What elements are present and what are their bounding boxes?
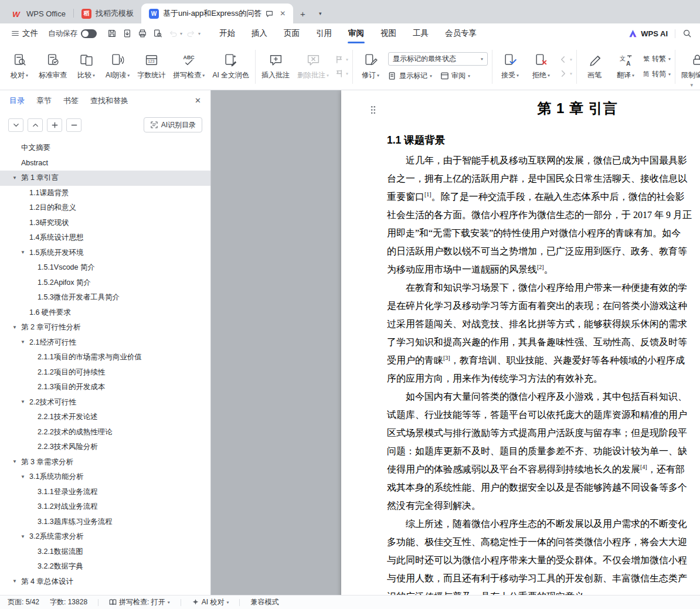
tab-reference[interactable]: 引用 [308, 23, 340, 43]
show-markup-button[interactable]: 显示标记▾ [388, 71, 432, 81]
ai-polish-button[interactable]: AI 全文润色 [210, 51, 251, 82]
prev-change-button[interactable]: ▾ [559, 55, 572, 64]
toc-item[interactable]: 3.1.3题库练习业务流程 [0, 515, 210, 530]
undo-button[interactable] [166, 27, 179, 40]
prev-comment-button[interactable]: ▾ [335, 55, 348, 64]
delete-comment-button[interactable]: 删除批注▾ [295, 51, 331, 82]
document-canvas[interactable]: 第 1 章 引言 1.1 课题背景 近几年，由于智能手机及移动互联网的发展，微信… [211, 90, 700, 595]
compare-button[interactable]: 比较▾ [73, 51, 100, 82]
spellcheck-status[interactable]: 拼写检查: 打开 ▾ [109, 597, 170, 607]
redo-chevron-icon[interactable]: ▾ [198, 31, 201, 36]
toc-item[interactable]: 1.6 硬件要求 [0, 305, 210, 321]
ai-proofread-status[interactable]: AI 校对 ▾ [192, 597, 229, 607]
toc-item[interactable]: 1.5.1Vscode 简介 [0, 260, 210, 275]
next-change-button[interactable]: ▾ [559, 69, 572, 78]
toc-item[interactable]: 2.1.1项目的市场需求与商业价值 [0, 350, 210, 365]
toc-item[interactable]: 1.3研究现状 [0, 216, 210, 231]
close-tab-icon[interactable]: ✕ [280, 9, 286, 18]
track-changes-button[interactable]: 修订▾ [357, 51, 384, 82]
tab-home[interactable]: 开始 [211, 23, 243, 43]
ribbon-collapse-icon[interactable]: ▾ [690, 82, 693, 88]
close-sidebar-icon[interactable]: ✕ [195, 96, 201, 105]
page-indicator[interactable]: 页面: 5/42 [8, 597, 39, 607]
accept-button[interactable]: 接受▾ [497, 51, 524, 82]
toc-item[interactable]: 2.1.3项目的开发成本 [0, 380, 210, 395]
to-traditional-button[interactable]: 繁转繁▾ [643, 54, 671, 64]
redo-button[interactable] [184, 27, 198, 40]
expand-collapse-icon[interactable]: ▼ [12, 325, 17, 330]
print-button[interactable] [135, 27, 149, 40]
tab-list-chevron-icon[interactable]: ▾ [312, 6, 328, 21]
expand-collapse-icon[interactable]: ▼ [12, 175, 17, 181]
drag-handle-icon[interactable] [371, 106, 376, 117]
toc-item[interactable]: 中文摘要 [0, 141, 210, 156]
ai-recognize-toc-button[interactable]: AI识别目录 [144, 117, 202, 132]
toc-item[interactable]: 3.2.2数据字典 [0, 559, 210, 574]
toc-item[interactable]: ▼2.2技术可行性 [0, 395, 210, 410]
toc-item[interactable]: 2.1.2项目的可持续性 [0, 365, 210, 380]
spell-check-button[interactable]: ABC 拼写检查▾ [171, 51, 206, 82]
tab-insert[interactable]: 插入 [243, 23, 276, 43]
reject-button[interactable]: 拒绝▾ [528, 51, 555, 82]
toc-item[interactable]: ▼第 3 章需求分析 [0, 455, 210, 470]
tab-review[interactable]: 审阅 [340, 23, 372, 43]
toc-item[interactable]: 3.1.2对战业务流程 [0, 499, 210, 515]
tab-tools[interactable]: 工具 [405, 23, 437, 43]
tab-find-replace[interactable]: 查找和替换 [90, 96, 128, 106]
ai-read-button[interactable]: AI朗读▾ [104, 51, 131, 82]
translate-button[interactable]: 文A 翻译▾ [612, 51, 639, 82]
toc-item[interactable]: 2.2.1技术开发论述 [0, 410, 210, 425]
expand-collapse-icon[interactable]: ▼ [21, 474, 25, 479]
wps-ai-button[interactable]: WPS AI [628, 29, 668, 38]
toc-item[interactable]: 1.5.2Apifox 简介 [0, 275, 210, 291]
toc-item[interactable]: 3.2.1数据流图 [0, 545, 210, 560]
toc-item[interactable]: ▼第 1 章引言 [0, 171, 210, 186]
toc-item[interactable]: 1.1课题背景 [0, 186, 210, 201]
export-button[interactable] [120, 27, 134, 40]
next-comment-button[interactable]: ▾ [335, 69, 348, 78]
expand-collapse-icon[interactable]: ▼ [21, 250, 25, 256]
toc-item[interactable]: 1.4系统设计思想 [0, 230, 210, 246]
insert-comment-button[interactable]: 插入批注 [260, 51, 291, 82]
toc-item[interactable]: ▼1.5系统开发环境 [0, 246, 210, 261]
toc-item[interactable]: ▼第 4 章总体设计 [0, 574, 210, 590]
compatibility-mode[interactable]: 兼容模式 [250, 597, 278, 607]
collapse-item-button[interactable] [8, 118, 23, 132]
toc-item[interactable]: ▼第 2 章可行性分析 [0, 320, 210, 335]
tab-docer-template[interactable]: 稻 找稻壳模板 [74, 4, 141, 23]
toc-item[interactable]: 2.2.2技术的成熟性理论 [0, 425, 210, 440]
toc-item[interactable]: 1.5.3微信开发者工具简介 [0, 290, 210, 305]
collapse-all-button[interactable] [66, 118, 81, 132]
expand-collapse-icon[interactable]: ▼ [12, 579, 17, 584]
tab-bookmarks[interactable]: 书签 [63, 96, 79, 106]
expand-all-button[interactable] [47, 118, 62, 132]
word-count-indicator[interactable]: 字数: 13828 [50, 597, 87, 607]
undo-chevron-icon[interactable]: ▾ [180, 31, 182, 36]
toc-item[interactable]: 2.2.3技术风险分析 [0, 440, 210, 455]
review-panel-button[interactable]: 审阅▾ [440, 71, 470, 81]
save-button[interactable] [105, 27, 118, 40]
tab-wps-home[interactable]: W WPS Office [5, 4, 73, 23]
restrict-edit-button[interactable]: 限制编辑▾ [679, 51, 700, 82]
standard-review-button[interactable]: 标准审查 [37, 51, 69, 82]
tab-chapters[interactable]: 章节 [36, 96, 52, 106]
expand-collapse-icon[interactable]: ▼ [21, 400, 25, 405]
search-icon[interactable] [682, 29, 692, 38]
expand-item-button[interactable] [28, 118, 43, 132]
toc-item[interactable]: ▼3.1系统功能分析 [0, 469, 210, 485]
tab-page[interactable]: 页面 [276, 23, 308, 43]
new-tab-button[interactable]: + [295, 6, 310, 21]
toc-item[interactable]: Abstract [0, 156, 210, 171]
document-page[interactable]: 第 1 章 引言 1.1 课题背景 近几年，由于智能手机及移动互联网的发展，微信… [341, 90, 700, 595]
to-simplified-button[interactable]: 简转简▾ [643, 69, 671, 79]
expand-collapse-icon[interactable]: ▼ [21, 340, 25, 345]
autosave-toggle[interactable] [81, 29, 97, 38]
expand-collapse-icon[interactable]: ▼ [21, 534, 25, 539]
print-preview-button[interactable] [151, 27, 164, 40]
toc-item[interactable]: ▼3.2系统需求分析 [0, 529, 210, 545]
tab-document[interactable]: W 基于uni-app和Express的问答 ✕ [141, 4, 293, 23]
expand-collapse-icon[interactable]: ▼ [12, 460, 17, 465]
markup-state-select[interactable]: 显示标记的最终状态▾ [388, 52, 488, 66]
toc-item[interactable]: ▼2.1经济可行性 [0, 335, 210, 351]
word-count-button[interactable]: 123 字数统计 [135, 51, 167, 82]
